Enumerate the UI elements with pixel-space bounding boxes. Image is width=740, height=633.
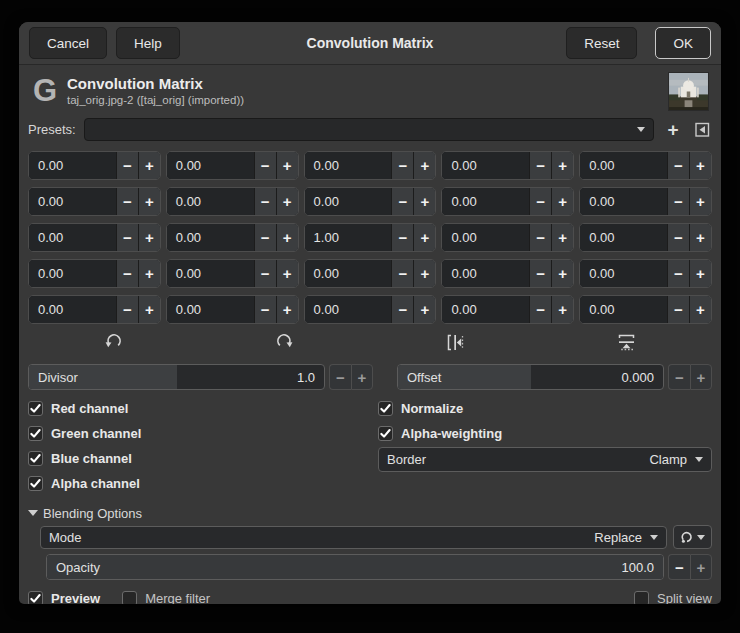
matrix-decrement-button-r4c5[interactable]: − — [667, 260, 689, 287]
matrix-input-r5c5[interactable]: 0.00 — [580, 296, 667, 323]
opacity-increment-button[interactable]: + — [690, 554, 712, 580]
matrix-input-r3c2[interactable]: 0.00 — [167, 224, 254, 251]
merge-filter-checkbox[interactable]: Merge filter — [122, 588, 210, 604]
matrix-increment-button-r5c2[interactable]: + — [276, 296, 298, 323]
matrix-input-r2c1[interactable]: 0.00 — [29, 188, 116, 215]
matrix-decrement-button-r3c4[interactable]: − — [529, 224, 551, 251]
matrix-decrement-button-r5c1[interactable]: − — [116, 296, 138, 323]
matrix-input-r1c4[interactable]: 0.00 — [442, 152, 529, 179]
matrix-input-r2c5[interactable]: 0.00 — [580, 188, 667, 215]
matrix-increment-button-r1c3[interactable]: + — [413, 152, 435, 179]
matrix-input-r3c5[interactable]: 0.00 — [580, 224, 667, 251]
matrix-input-r4c5[interactable]: 0.00 — [580, 260, 667, 287]
matrix-input-r5c1[interactable]: 0.00 — [29, 296, 116, 323]
normalize-checkbox[interactable]: Normalize — [378, 396, 712, 421]
reset-button[interactable]: Reset — [566, 27, 637, 59]
matrix-increment-button-r4c3[interactable]: + — [413, 260, 435, 287]
flip-vertical-button[interactable] — [541, 329, 712, 355]
matrix-increment-button-r2c5[interactable]: + — [689, 188, 711, 215]
matrix-increment-button-r2c3[interactable]: + — [413, 188, 435, 215]
matrix-input-r4c1[interactable]: 0.00 — [29, 260, 116, 287]
matrix-input-r2c2[interactable]: 0.00 — [167, 188, 254, 215]
blending-options-expander[interactable]: Blending Options — [28, 505, 721, 521]
matrix-decrement-button-r3c3[interactable]: − — [391, 224, 413, 251]
border-dropdown[interactable]: Border Clamp — [378, 447, 712, 472]
matrix-increment-button-r1c4[interactable]: + — [551, 152, 573, 179]
green-channel-checkbox[interactable]: Green channel — [28, 421, 378, 446]
rotate-counter-clockwise-button[interactable] — [28, 329, 199, 355]
matrix-decrement-button-r2c2[interactable]: − — [254, 188, 276, 215]
matrix-decrement-button-r1c5[interactable]: − — [667, 152, 689, 179]
manage-presets-button[interactable] — [692, 120, 712, 140]
matrix-input-r3c3[interactable]: 1.00 — [305, 224, 392, 251]
opacity-slider[interactable]: Opacity 100.0 — [46, 554, 664, 580]
matrix-increment-button-r3c5[interactable]: + — [689, 224, 711, 251]
matrix-increment-button-r2c4[interactable]: + — [551, 188, 573, 215]
matrix-decrement-button-r1c2[interactable]: − — [254, 152, 276, 179]
dialog-titlebar[interactable]: Convolution Matrix Cancel Help Reset OK — [19, 22, 721, 65]
matrix-increment-button-r3c4[interactable]: + — [551, 224, 573, 251]
divisor-increment-button[interactable]: + — [351, 364, 373, 390]
matrix-decrement-button-r4c4[interactable]: − — [529, 260, 551, 287]
matrix-decrement-button-r2c4[interactable]: − — [529, 188, 551, 215]
matrix-decrement-button-r3c1[interactable]: − — [116, 224, 138, 251]
flip-horizontal-button[interactable] — [370, 329, 541, 355]
matrix-decrement-button-r1c4[interactable]: − — [529, 152, 551, 179]
matrix-increment-button-r5c4[interactable]: + — [551, 296, 573, 323]
matrix-increment-button-r3c1[interactable]: + — [138, 224, 160, 251]
matrix-increment-button-r5c1[interactable]: + — [138, 296, 160, 323]
matrix-input-r5c2[interactable]: 0.00 — [167, 296, 254, 323]
matrix-decrement-button-r3c5[interactable]: − — [667, 224, 689, 251]
alpha-channel-checkbox[interactable]: Alpha channel — [28, 471, 378, 496]
matrix-increment-button-r2c1[interactable]: + — [138, 188, 160, 215]
matrix-input-r4c4[interactable]: 0.00 — [442, 260, 529, 287]
matrix-decrement-button-r5c2[interactable]: − — [254, 296, 276, 323]
matrix-decrement-button-r5c3[interactable]: − — [391, 296, 413, 323]
rotate-clockwise-button[interactable] — [199, 329, 370, 355]
offset-decrement-button[interactable]: − — [668, 364, 690, 390]
matrix-input-r1c5[interactable]: 0.00 — [580, 152, 667, 179]
ok-button[interactable]: OK — [655, 27, 711, 59]
matrix-input-r5c4[interactable]: 0.00 — [442, 296, 529, 323]
help-button[interactable]: Help — [116, 27, 180, 59]
matrix-increment-button-r4c5[interactable]: + — [689, 260, 711, 287]
matrix-increment-button-r4c1[interactable]: + — [138, 260, 160, 287]
matrix-decrement-button-r5c5[interactable]: − — [667, 296, 689, 323]
mode-reset-button[interactable] — [673, 525, 712, 549]
matrix-input-r4c2[interactable]: 0.00 — [167, 260, 254, 287]
matrix-increment-button-r3c2[interactable]: + — [276, 224, 298, 251]
matrix-increment-button-r5c3[interactable]: + — [413, 296, 435, 323]
mode-dropdown[interactable]: Mode Replace — [40, 526, 667, 549]
cancel-button[interactable]: Cancel — [29, 27, 107, 59]
matrix-increment-button-r1c5[interactable]: + — [689, 152, 711, 179]
matrix-decrement-button-r3c2[interactable]: − — [254, 224, 276, 251]
matrix-input-r1c2[interactable]: 0.00 — [167, 152, 254, 179]
opacity-decrement-button[interactable]: − — [668, 554, 690, 580]
matrix-decrement-button-r2c3[interactable]: − — [391, 188, 413, 215]
matrix-input-r2c3[interactable]: 0.00 — [305, 188, 392, 215]
matrix-input-r4c3[interactable]: 0.00 — [305, 260, 392, 287]
matrix-decrement-button-r2c1[interactable]: − — [116, 188, 138, 215]
matrix-decrement-button-r4c2[interactable]: − — [254, 260, 276, 287]
matrix-decrement-button-r1c1[interactable]: − — [116, 152, 138, 179]
matrix-input-r3c4[interactable]: 0.00 — [442, 224, 529, 251]
matrix-decrement-button-r5c4[interactable]: − — [529, 296, 551, 323]
alpha-weighting-checkbox[interactable]: Alpha-weighting — [378, 421, 712, 446]
matrix-input-r5c3[interactable]: 0.00 — [305, 296, 392, 323]
matrix-increment-button-r1c1[interactable]: + — [138, 152, 160, 179]
red-channel-checkbox[interactable]: Red channel — [28, 396, 378, 421]
matrix-decrement-button-r2c5[interactable]: − — [667, 188, 689, 215]
split-view-checkbox[interactable]: Split view — [634, 588, 712, 604]
matrix-increment-button-r3c3[interactable]: + — [413, 224, 435, 251]
blue-channel-checkbox[interactable]: Blue channel — [28, 446, 378, 471]
divisor-slider[interactable]: Divisor 1.0 — [28, 364, 325, 390]
matrix-increment-button-r2c2[interactable]: + — [276, 188, 298, 215]
offset-slider[interactable]: Offset 0.000 — [397, 364, 664, 390]
matrix-decrement-button-r1c3[interactable]: − — [391, 152, 413, 179]
matrix-input-r3c1[interactable]: 0.00 — [29, 224, 116, 251]
preview-checkbox[interactable]: Preview — [28, 588, 100, 604]
offset-increment-button[interactable]: + — [690, 364, 712, 390]
divisor-decrement-button[interactable]: − — [329, 364, 351, 390]
add-preset-button[interactable]: + — [663, 120, 683, 140]
matrix-input-r1c3[interactable]: 0.00 — [305, 152, 392, 179]
